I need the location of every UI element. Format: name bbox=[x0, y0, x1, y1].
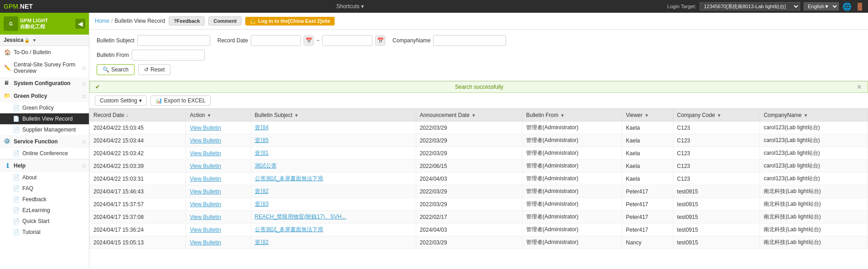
cell-companyName: carol123(Lab light站台) bbox=[760, 134, 868, 147]
sidebar-item-suppliermgmt[interactable]: 📄 Supplier Management bbox=[0, 124, 89, 135]
survey-label: Central-Site Survey Form Overview bbox=[14, 61, 77, 74]
cell-recordDate: 2024/04/22 15:03:31 bbox=[90, 173, 186, 185]
bulletin-subject-input[interactable] bbox=[137, 35, 210, 46]
feedback-button[interactable]: ?Feedback bbox=[169, 16, 205, 25]
top-header: GPM.NET Shortcuts ▾ Login Target: 123456… bbox=[0, 0, 868, 13]
cell-action[interactable]: View Bulletin bbox=[186, 122, 251, 134]
viewer-filter-icon[interactable]: ▼ bbox=[645, 113, 649, 118]
table-row: 2024/04/22 15:03:31View Bulletin公害測試_多屏畫… bbox=[90, 173, 868, 185]
company-name-input[interactable] bbox=[433, 35, 506, 46]
sidebar-item-onlineconf[interactable]: 📄 Online Conference bbox=[0, 148, 89, 159]
sidebar-item-todo[interactable]: 🏠 To-Do / Bulletin bbox=[0, 46, 89, 59]
custom-setting-button[interactable]: Custom Setting ▾ bbox=[95, 96, 147, 106]
cell-bulletinSubject[interactable]: 公害測試_多屏畫面無法下滑 bbox=[251, 173, 416, 185]
export-excel-button[interactable]: 📊 Export to EXCEL bbox=[150, 96, 211, 106]
cell-recordDate: 2024/04/17 15:46:43 bbox=[90, 185, 186, 198]
date-from-icon[interactable]: 📅 bbox=[304, 36, 314, 46]
login-target-label: Login Target: bbox=[667, 4, 696, 9]
cell-companyName: 南北科技(Lab light站台) bbox=[760, 236, 868, 249]
globe-icon[interactable]: 🌐 bbox=[842, 2, 852, 11]
table-row: 2024/04/17 15:46:43View Bulletin壹頂22022/… bbox=[90, 185, 868, 198]
cell-action[interactable]: View Bulletin bbox=[186, 236, 251, 249]
search-label: Search bbox=[111, 66, 129, 73]
cell-bulletinFrom: 管理者(Administrator) bbox=[522, 173, 622, 185]
greenpolicy-sub-label: Green Policy bbox=[22, 105, 54, 111]
sidebar-group-servicefunction: ⚙️ Service Function □ 📄 Online Conferenc… bbox=[0, 135, 89, 159]
cell-bulletinFrom: 管理者(Administrator) bbox=[522, 223, 622, 236]
sidebar-item-feedback[interactable]: 📄 Feedback bbox=[0, 194, 89, 205]
record-date-to-input[interactable] bbox=[322, 35, 372, 46]
company-name-filter-icon[interactable]: ▼ bbox=[804, 113, 808, 118]
record-date-from-input[interactable] bbox=[251, 35, 301, 46]
breadcrumb-home[interactable]: Home bbox=[95, 18, 109, 24]
announcement-date-filter-icon[interactable]: ▼ bbox=[471, 113, 476, 118]
cell-bulletinSubject[interactable]: 壹頂1 bbox=[251, 147, 416, 160]
cell-action[interactable]: View Bulletin bbox=[186, 198, 251, 211]
cell-bulletinSubject[interactable]: 壹頂3 bbox=[251, 198, 416, 211]
sidebar-item-about[interactable]: 📄 About bbox=[0, 172, 89, 183]
cell-action[interactable]: View Bulletin bbox=[186, 223, 251, 236]
sidebar-item-tutorial[interactable]: 📄 Tutorial bbox=[0, 227, 89, 238]
cell-bulletinSubject[interactable]: REACH_禁限用物質(附錄17)、SVH... bbox=[251, 211, 416, 223]
logo-gpm: GPM bbox=[4, 3, 18, 10]
cell-bulletinSubject[interactable]: 壹頂4 bbox=[251, 122, 416, 134]
cell-companyCode: C123 bbox=[673, 134, 760, 147]
user-name: Jessica bbox=[4, 37, 23, 43]
col-record-date-label: Record Date bbox=[93, 112, 124, 118]
col-company-name: CompanyName ▼ bbox=[760, 109, 868, 122]
sidebar-item-survey[interactable]: ✏️ Central-Site Survey Form Overview □ bbox=[0, 59, 89, 77]
company-code-filter-icon[interactable]: ▼ bbox=[717, 113, 721, 118]
sidebar-item-quickstart[interactable]: 📄 Quick Start bbox=[0, 216, 89, 227]
sysconfig-label: System Configuration bbox=[14, 80, 80, 86]
cell-bulletinSubject[interactable]: 壹頂2 bbox=[251, 185, 416, 198]
top-right-controls: Login Target: 12345670[系统南8013-Lab light… bbox=[667, 2, 864, 11]
user-row[interactable]: Jessica 🔒 ▼ bbox=[0, 35, 89, 46]
bulletin-from-input[interactable] bbox=[132, 50, 205, 61]
cell-bulletinSubject[interactable]: 公害測試_多屏畫面無法下滑 bbox=[251, 223, 416, 236]
cell-bulletinSubject[interactable]: 壹頂5 bbox=[251, 134, 416, 147]
comment-button[interactable]: Comment bbox=[208, 16, 242, 25]
sidebar-group-greenpolicy-header[interactable]: 📁 Green Policy □ bbox=[0, 90, 89, 102]
sidebar-item-faq[interactable]: 📄 FAQ bbox=[0, 183, 89, 194]
cell-action[interactable]: View Bulletin bbox=[186, 173, 251, 185]
cell-action[interactable]: View Bulletin bbox=[186, 147, 251, 160]
table-row: 2024/04/22 15:03:42View Bulletin壹頂12022/… bbox=[90, 147, 868, 160]
sidebar-group-sysconfig: 🖥 System Configuration □ bbox=[0, 77, 89, 90]
language-select[interactable]: English▼ bbox=[804, 2, 839, 10]
sidebar-item-bulletinview[interactable]: 📄 Bulletin View Record bbox=[0, 113, 89, 124]
sidebar-group-servicefunction-header[interactable]: ⚙️ Service Function □ bbox=[0, 135, 89, 148]
login-target-select[interactable]: 12345670[系统南8013-Lab light站台] bbox=[700, 2, 800, 10]
ezlearning-label: EzLearning bbox=[22, 207, 50, 213]
search-button[interactable]: 🔍 Search bbox=[97, 64, 134, 75]
action-filter-icon[interactable]: ▼ bbox=[207, 113, 212, 118]
col-action-label: Action bbox=[190, 112, 205, 118]
search-actions: 🔍 Search ↺ Reset bbox=[97, 64, 861, 75]
cell-action[interactable]: View Bulletin bbox=[186, 134, 251, 147]
record-date-sort-icon[interactable]: ↓ bbox=[126, 113, 128, 118]
excel-icon: 📊 bbox=[155, 97, 162, 104]
bulletin-subject-filter-icon[interactable]: ▼ bbox=[294, 113, 299, 118]
cell-viewer: Kaela bbox=[622, 122, 673, 134]
date-to-icon[interactable]: 📅 bbox=[375, 36, 385, 46]
cell-action[interactable]: View Bulletin bbox=[186, 185, 251, 198]
cell-action[interactable]: View Bulletin bbox=[186, 211, 251, 223]
cell-companyName: 南北科技(Lab light站台) bbox=[760, 185, 868, 198]
cell-recordDate: 2024/04/22 15:03:45 bbox=[90, 122, 186, 134]
bulletin-from-filter-icon[interactable]: ▼ bbox=[560, 113, 565, 118]
sidebar-item-greenpolicy-sub[interactable]: 📄 Green Policy bbox=[0, 102, 89, 113]
sidebar-help-header[interactable]: ℹ Help □ bbox=[0, 159, 89, 172]
shortcuts-menu[interactable]: Shortcuts ▾ bbox=[336, 3, 364, 10]
success-close-button[interactable]: ✕ bbox=[857, 83, 862, 91]
login-cn-button[interactable]: ⚠️ Log in to the[China East 2]site bbox=[245, 17, 335, 25]
cell-action[interactable]: View Bulletin bbox=[186, 160, 251, 173]
reset-button[interactable]: ↺ Reset bbox=[138, 64, 170, 75]
cell-bulletinSubject[interactable]: 壹頂2 bbox=[251, 236, 416, 249]
cell-bulletinSubject[interactable]: 測試公害 bbox=[251, 160, 416, 173]
cell-viewer: Kaela bbox=[622, 173, 673, 185]
sidebar-back-button[interactable]: ◀ bbox=[75, 19, 85, 29]
cell-announcementDate: 2024/04/03 bbox=[416, 223, 522, 236]
sidebar-group-sysconfig-header[interactable]: 🖥 System Configuration □ bbox=[0, 77, 89, 90]
help-expand-icon: □ bbox=[83, 163, 85, 168]
logout-icon[interactable]: 🚪 bbox=[855, 2, 864, 11]
sidebar-item-ezlearning[interactable]: 📄 EzLearning bbox=[0, 205, 89, 216]
